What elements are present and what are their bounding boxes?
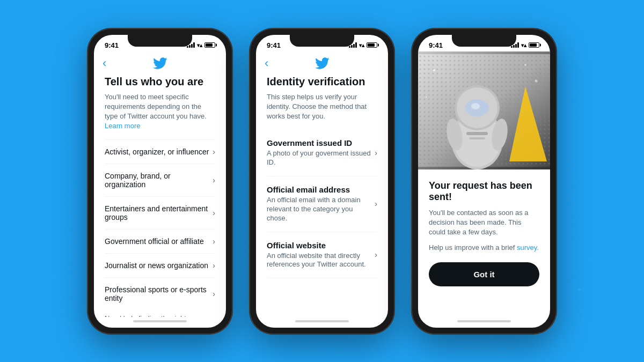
- verify-item-website[interactable]: Official website An official website tha…: [267, 232, 377, 279]
- status-time-2: 9:41: [267, 41, 281, 49]
- page-subtitle-2: This step helps us verify your identity.…: [267, 92, 377, 122]
- chevron-icon-6: ›: [213, 290, 215, 298]
- svg-point-17: [535, 79, 538, 82]
- menu-item-journalist[interactable]: Journalist or news organization ›: [105, 253, 215, 277]
- menu-item-entertainers[interactable]: Entertainers and entertainment groups ›: [105, 196, 215, 229]
- back-button-2[interactable]: ‹: [265, 56, 268, 70]
- phone-1-screen: 9:41 ▾▴ ‹ Tell us who you are You'll nee…: [94, 35, 226, 328]
- svg-rect-10: [469, 137, 485, 139]
- menu-list-1: Activist, organizer, or influencer › Com…: [105, 139, 215, 310]
- svg-point-16: [426, 97, 427, 98]
- phone-1: 9:41 ▾▴ ‹ Tell us who you are You'll nee…: [87, 28, 232, 334]
- success-title: Your request has been sent!: [429, 180, 539, 203]
- phone-2-content: Identity verification This step helps us…: [256, 75, 388, 317]
- page-title-2: Identity verification: [267, 75, 377, 88]
- menu-item-government[interactable]: Government official or affiliate ›: [105, 229, 215, 253]
- chevron-icon-5: ›: [213, 261, 215, 270]
- notch-1: [128, 35, 192, 47]
- wifi-icon-3: ▾▴: [521, 42, 526, 48]
- phone-3: 9:41 ▾▴: [412, 28, 557, 334]
- success-content: Your request has been sent! You'll be co…: [418, 169, 550, 317]
- learn-more-link-1[interactable]: Learn more: [105, 122, 140, 130]
- status-time-1: 9:41: [105, 41, 119, 49]
- verify-item-email[interactable]: Official email address An official email…: [267, 176, 377, 232]
- got-it-button[interactable]: Got it: [429, 262, 539, 286]
- phone-1-content: Tell us who you are You'll need to meet …: [94, 75, 226, 317]
- phone-2: 9:41 ▾▴ ‹ Identity verification This ste…: [250, 28, 394, 334]
- status-icons-1: ▾▴: [187, 42, 215, 48]
- page-subtitle-1: You'll need to meet specific requirement…: [105, 92, 215, 131]
- twitter-logo-2: [314, 56, 330, 71]
- nav-bar-2: ‹: [256, 51, 388, 75]
- home-indicator-1: [94, 317, 226, 328]
- survey-link[interactable]: survey.: [517, 243, 539, 252]
- phone-2-screen: 9:41 ▾▴ ‹ Identity verification This ste…: [256, 35, 388, 328]
- back-button-1[interactable]: ‹: [103, 56, 106, 70]
- verify-item-gov-id[interactable]: Government issued ID A photo of your gov…: [267, 130, 377, 176]
- phone-3-screen: 9:41 ▾▴: [418, 35, 550, 328]
- battery-icon-2: [367, 42, 377, 48]
- home-indicator-3: [418, 317, 550, 328]
- chevron-icon-2: ›: [213, 176, 215, 184]
- chevron-verify-3: ›: [375, 250, 377, 259]
- battery-icon-1: [204, 42, 215, 48]
- verify-list: Government issued ID A photo of your gov…: [267, 130, 377, 278]
- menu-item-sports[interactable]: Professional sports or e-sports entity ›: [105, 277, 215, 310]
- nav-bar-1: ‹: [94, 51, 226, 75]
- survey-text: Help us improve with a brief survey.: [429, 243, 539, 252]
- menu-item-company[interactable]: Company, brand, or organization ›: [105, 164, 215, 196]
- chevron-icon-4: ›: [213, 237, 215, 246]
- notch-2: [290, 35, 354, 47]
- hero-image: [418, 51, 550, 169]
- wifi-icon-1: ▾▴: [197, 42, 202, 48]
- chevron-icon-1: ›: [213, 147, 215, 156]
- status-icons-3: ▾▴: [511, 42, 539, 48]
- menu-item-activist[interactable]: Activist, organizer, or influencer ›: [105, 139, 215, 164]
- success-desc: You'll be contacted as soon as a decisio…: [429, 208, 539, 238]
- battery-icon-3: [529, 42, 539, 48]
- notch-3: [452, 35, 516, 47]
- svg-point-14: [433, 69, 435, 71]
- svg-point-15: [525, 64, 526, 65]
- svg-point-8: [471, 103, 480, 109]
- chevron-verify-1: ›: [375, 149, 377, 157]
- status-time-3: 9:41: [429, 41, 443, 49]
- wifi-icon-2: ▾▴: [359, 42, 364, 48]
- home-indicator-2: [256, 317, 388, 328]
- chevron-icon-3: ›: [213, 209, 215, 217]
- status-icons-2: ▾▴: [349, 42, 377, 48]
- astronaut-illustration: [418, 51, 550, 169]
- svg-rect-9: [466, 132, 488, 135]
- chevron-verify-2: ›: [375, 200, 377, 208]
- page-title-1: Tell us who you are: [105, 75, 215, 88]
- twitter-logo-1: [152, 56, 167, 71]
